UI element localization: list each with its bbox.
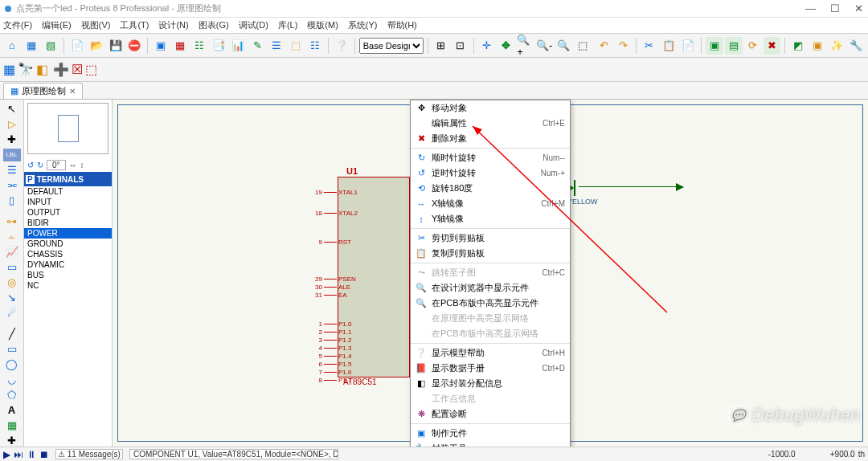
pin-tool-icon[interactable]: ⫠ — [3, 230, 21, 243]
context-menu-item[interactable]: 📕显示数据手册Ctrl+D — [411, 361, 570, 376]
list-icon[interactable]: ☰ — [268, 37, 285, 55]
design-selector[interactable]: Base Design — [359, 38, 424, 54]
pin[interactable]: 8P1.7 — [311, 377, 351, 384]
grid-icon[interactable]: ⊞ — [432, 37, 450, 55]
binary-icon[interactable]: ⬚ — [287, 37, 305, 55]
pin[interactable]: 31EA — [311, 292, 347, 299]
context-menu-item[interactable]: 编辑属性Ctrl+E — [411, 116, 570, 131]
context-menu-item[interactable]: 📋复制到剪贴板 — [411, 246, 570, 261]
pause-icon[interactable]: ⏸ — [27, 449, 36, 460]
exit-sheet-icon[interactable]: ⬚ — [85, 62, 97, 77]
pin[interactable]: 1P1.0 — [311, 320, 351, 328]
label-tool-icon[interactable]: LBL — [3, 149, 21, 161]
context-menu-item[interactable]: ❔显示模型帮助Ctrl+H — [411, 345, 570, 361]
context-menu-item[interactable]: 🔧封装工具 — [411, 441, 570, 447]
pin[interactable]: 30ALE — [311, 284, 350, 291]
edit-icon[interactable]: ✎ — [248, 37, 266, 55]
pin[interactable]: 4P1.3 — [311, 345, 351, 352]
block-copy-icon[interactable]: ▣ — [706, 37, 723, 55]
home-icon[interactable]: ⌂ — [3, 37, 21, 55]
rot-ccw-icon[interactable]: ↺ — [27, 161, 34, 169]
help-icon[interactable]: ❔ — [333, 37, 350, 55]
menu-item[interactable]: 调试(D) — [239, 19, 268, 31]
list-item[interactable]: POWER — [24, 228, 112, 239]
menu-item[interactable]: 工具(T) — [120, 19, 149, 31]
context-menu-item[interactable]: 🔍在设计浏览器中显示元件 — [411, 280, 570, 296]
menu-item[interactable]: 编辑(E) — [42, 19, 72, 31]
menu-item[interactable]: 文件(F) — [3, 19, 32, 31]
list-item[interactable]: DYNAMIC — [24, 259, 112, 270]
close-file-icon[interactable]: ⛔ — [126, 37, 144, 55]
context-menu-item[interactable]: ⟲旋转180度 — [411, 181, 570, 196]
copy-icon[interactable]: 📋 — [660, 37, 678, 55]
block-rotate-icon[interactable]: ⟳ — [744, 37, 762, 55]
context-menu-item[interactable]: 🔍在PCB布版中高亮显示元件 — [411, 296, 570, 311]
layout-icon[interactable]: ▣ — [152, 37, 170, 55]
text-tool-icon[interactable]: ☰ — [3, 164, 21, 177]
line-tool-icon[interactable]: ╱ — [3, 328, 21, 341]
wrench-icon[interactable]: 🔧 — [847, 37, 865, 55]
menu-item[interactable]: 帮助(H) — [387, 19, 417, 31]
pan-icon[interactable]: ✥ — [497, 37, 514, 55]
pin[interactable]: 7P1.6 — [311, 369, 351, 376]
context-menu-item[interactable]: ✥移动对象 — [411, 100, 570, 116]
cpu-icon[interactable]: ▦ — [171, 37, 189, 55]
component-tool-icon[interactable]: ▷ — [3, 118, 21, 131]
pin[interactable]: 6P1.5 — [311, 361, 351, 368]
menu-item[interactable]: 视图(V) — [81, 19, 111, 31]
menu-item[interactable]: 模版(M) — [307, 19, 338, 31]
menu-item[interactable]: 系统(Y) — [348, 19, 378, 31]
block-move-icon[interactable]: ▤ — [725, 37, 743, 55]
prop-icon[interactable]: ◧ — [36, 62, 48, 77]
context-menu-item[interactable]: ▣制作元件 — [411, 426, 570, 441]
pin[interactable]: 18XTAL2 — [311, 210, 358, 217]
bus-tool-icon[interactable]: ⫘ — [3, 179, 21, 192]
zoom-out-icon[interactable]: 🔍- — [535, 37, 553, 55]
undo-icon[interactable]: ↶ — [595, 37, 612, 55]
center-icon[interactable]: ✛ — [478, 37, 496, 55]
paste-icon[interactable]: 📄 — [679, 37, 697, 55]
report-icon[interactable]: 📊 — [229, 37, 247, 55]
play-icon[interactable]: ▶ — [3, 449, 10, 460]
component-u1[interactable]: U1 AT89C51 19XTAL118XTAL29RST29PSEN30ALE… — [338, 177, 410, 377]
step-icon[interactable]: ⏭ — [14, 449, 23, 460]
symbol-tool-icon[interactable]: ▦ — [3, 418, 21, 431]
context-menu-item[interactable]: ❋配置诊断 — [411, 406, 570, 422]
new-sheet-icon[interactable]: ➕ — [53, 62, 69, 77]
subcircuit-tool-icon[interactable]: ▯ — [3, 194, 21, 207]
context-menu-item[interactable]: ✂剪切到剪贴板 — [411, 230, 570, 246]
context-menu-item[interactable]: ↺逆时针旋转Num-+ — [411, 165, 570, 181]
close-button[interactable]: ✕ — [854, 2, 863, 14]
context-menu-item[interactable]: ✖删除对象 — [411, 131, 570, 146]
pcb-icon[interactable]: ▧ — [42, 37, 59, 55]
cut-icon[interactable]: ✂ — [641, 37, 658, 55]
open-icon[interactable]: 📂 — [88, 37, 105, 55]
wand-icon[interactable]: ✨ — [828, 37, 845, 55]
context-menu-item[interactable]: ↔X轴镜像Ctrl+M — [411, 196, 570, 211]
doc-icon[interactable]: 📑 — [210, 37, 227, 55]
list-item[interactable]: BIDIR — [24, 218, 112, 228]
arc-tool-icon[interactable]: ◡ — [3, 373, 21, 386]
tree-icon[interactable]: ☷ — [190, 37, 208, 55]
schematic-icon[interactable]: ▦ — [23, 37, 40, 55]
menu-item[interactable]: 设计(N) — [158, 19, 188, 31]
stop-icon[interactable]: ⏹ — [39, 449, 49, 460]
text2d-tool-icon[interactable]: A — [3, 403, 21, 416]
zoom-in-icon[interactable]: 🔍+ — [516, 37, 534, 55]
pin[interactable]: 5P1.4 — [311, 353, 351, 360]
context-menu-item[interactable]: ↻顺时针旋转Num-- — [411, 150, 570, 165]
pref-icon[interactable]: ☷ — [306, 37, 324, 55]
redo-icon[interactable]: ↷ — [614, 37, 632, 55]
snap-icon[interactable]: ⊡ — [452, 37, 469, 55]
generator-tool-icon[interactable]: ◎ — [3, 275, 21, 288]
list-item[interactable]: OUTPUT — [24, 207, 112, 218]
terminals-list[interactable]: DEFAULTINPUTOUTPUTBIDIRPOWERGROUNDCHASSI… — [24, 186, 112, 447]
list-item[interactable]: GROUND — [24, 239, 112, 249]
pin[interactable]: 2P1.1 — [311, 328, 351, 336]
new-icon[interactable]: 📄 — [68, 37, 86, 55]
record-tool-icon[interactable]: ▭ — [3, 261, 21, 274]
list-item[interactable]: NC — [24, 280, 112, 291]
pick-icon[interactable]: ◩ — [789, 37, 807, 55]
zoom-fit-icon[interactable]: 🔍 — [555, 37, 572, 55]
zoom-area-icon[interactable]: ⬚ — [574, 37, 592, 55]
